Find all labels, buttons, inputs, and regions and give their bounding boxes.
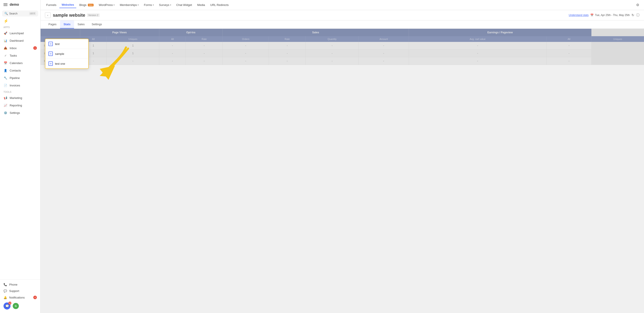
nav-memberships[interactable]: Memberships ▾ xyxy=(118,2,141,8)
refresh-button[interactable]: ↻ xyxy=(632,13,634,17)
search-icon: 🔍 xyxy=(4,12,8,15)
reporting-icon: 📈 xyxy=(4,103,8,107)
sidebar-item-notifications[interactable]: 🔔 Notifications 4 xyxy=(0,294,40,301)
dashboard-icon: 📊 xyxy=(4,39,8,43)
sidebar-header: demo xyxy=(0,0,40,9)
sidebar-item-settings[interactable]: ⚙️ Settings xyxy=(0,109,40,117)
apps-section-label: Apps xyxy=(0,24,40,29)
sidebar: demo 🔍 Search ctrl K ⚡ Apps 🚀 Launchpad … xyxy=(0,0,40,313)
sidebar-item-label: Marketing xyxy=(10,96,22,100)
dropdown-item-sample[interactable]: ✉ sample xyxy=(45,49,88,59)
content-overlay xyxy=(40,29,644,65)
sidebar-item-launchpad[interactable]: 🚀 Launchpad xyxy=(0,29,40,37)
chat-badge: 10 xyxy=(8,301,12,305)
contacts-icon: 👤 xyxy=(4,69,8,72)
calendars-icon: 📅 xyxy=(4,61,8,65)
invoices-icon: 📄 xyxy=(4,83,8,87)
top-navigation: Funnels Websites Blogs New WordPress ▾ M… xyxy=(40,0,644,10)
calendar-icon: 📅 xyxy=(590,14,594,17)
page-header: ‹ sample website Version 2 Understand st… xyxy=(40,10,644,21)
gear-button[interactable]: ⚙ xyxy=(635,2,640,8)
sidebar-item-support[interactable]: 💬 Support xyxy=(0,288,40,294)
email-icon-test-one: ✉ xyxy=(48,61,53,66)
nav-wordpress[interactable]: WordPress ▾ xyxy=(97,2,117,8)
search-label: Search xyxy=(9,12,28,15)
sidebar-item-label: Notifications xyxy=(9,296,25,299)
sidebar-item-invoices[interactable]: 📄 Invoices xyxy=(0,82,40,89)
dropdown-item-label: test xyxy=(55,42,60,46)
tab-pages[interactable]: Pages xyxy=(45,21,60,29)
pipeline-icon: 🔧 xyxy=(4,76,8,80)
tab-sales[interactable]: Sales xyxy=(74,21,88,29)
sidebar-item-tasks[interactable]: ✓ Tasks xyxy=(0,52,40,59)
dropdown-item-test[interactable]: ✉ test xyxy=(45,39,88,49)
lightning-icon: ⚡ xyxy=(4,19,8,24)
back-button[interactable]: ‹ xyxy=(45,12,50,18)
notifications-icon: 🔔 xyxy=(4,296,7,299)
sidebar-item-marketing[interactable]: 📢 Marketing xyxy=(0,94,40,102)
dropdown-item-label: test one xyxy=(55,62,65,65)
stats-table-wrapper: ✉ test ✉ sample ✉ test one xyxy=(40,29,644,65)
settings-icon: ⚙️ xyxy=(4,111,8,115)
marketing-icon: 📢 xyxy=(4,96,8,100)
phone-icon: 📞 xyxy=(4,283,7,286)
sidebar-item-label: Dashboard xyxy=(10,39,24,42)
dropdown-item-label: sample xyxy=(55,52,64,56)
sidebar-item-label: Phone xyxy=(9,283,18,286)
sidebar-item-label: Support xyxy=(9,289,19,292)
page-tabs: Pages Stats Sales Settings xyxy=(40,21,644,29)
avatar[interactable]: G xyxy=(13,303,19,309)
info-button[interactable]: ⓘ xyxy=(636,13,640,18)
tasks-icon: ✓ xyxy=(4,54,8,58)
sidebar-item-label: Settings xyxy=(10,111,20,115)
dropdown-item-test-one[interactable]: ✉ test one xyxy=(45,59,88,69)
email-icon-sample: ✉ xyxy=(48,52,53,56)
sidebar-item-phone[interactable]: 📞 Phone xyxy=(0,281,40,288)
tab-stats[interactable]: Stats xyxy=(60,21,74,29)
chat-bubble-button[interactable]: 💬 10 xyxy=(4,302,10,309)
logo: demo xyxy=(10,3,19,7)
sidebar-bottom: 📞 Phone 💬 Support 🔔 Notifications 4 💬 10… xyxy=(0,279,40,313)
nav-forms[interactable]: Forms ▾ xyxy=(142,2,156,8)
sidebar-item-contacts[interactable]: 👤 Contacts xyxy=(0,67,40,74)
sidebar-item-label: Pipeline xyxy=(10,76,20,80)
nav-websites[interactable]: Websites xyxy=(60,2,76,8)
nav-surveys[interactable]: Surveys ▾ xyxy=(157,2,173,8)
content-area: ✉ test ✉ sample ✉ test one xyxy=(40,29,644,313)
sidebar-item-label: Reporting xyxy=(10,104,22,107)
support-icon: 💬 xyxy=(4,289,7,292)
sidebar-item-label: Contacts xyxy=(10,69,21,72)
sidebar-item-reporting[interactable]: 📈 Reporting xyxy=(0,102,40,109)
inbox-badge: 1 xyxy=(33,46,37,50)
nav-funnels[interactable]: Funnels xyxy=(44,2,58,8)
main-content: Funnels Websites Blogs New WordPress ▾ M… xyxy=(40,0,644,313)
hamburger-button[interactable] xyxy=(4,3,8,6)
sidebar-item-inbox[interactable]: 📥 Inbox 1 xyxy=(0,44,40,52)
nav-media[interactable]: Media xyxy=(195,2,207,8)
page-title: sample website xyxy=(53,13,85,18)
search-bar[interactable]: 🔍 Search ctrl K xyxy=(2,11,38,17)
tab-settings[interactable]: Settings xyxy=(88,21,106,29)
version-badge: Version 2 xyxy=(87,13,100,17)
tools-section-label: Tools xyxy=(0,89,40,94)
page-dropdown: ✉ test ✉ sample ✉ test one xyxy=(45,39,89,69)
sidebar-item-pipeline[interactable]: 🔧 Pipeline xyxy=(0,74,40,82)
sidebar-item-dashboard[interactable]: 📊 Dashboard xyxy=(0,37,40,44)
nav-chat-widget[interactable]: Chat Widget xyxy=(174,2,194,8)
sidebar-item-calendars[interactable]: 📅 Calendars xyxy=(0,59,40,67)
sidebar-item-label: Inbox xyxy=(10,47,17,50)
nav-blogs[interactable]: Blogs New xyxy=(77,2,96,8)
date-range: 📅 Tue, Apr 25th - Thu, May 25th xyxy=(590,14,630,17)
search-shortcut: ctrl K xyxy=(29,12,36,15)
lightning-button[interactable]: ⚡ xyxy=(0,18,40,24)
sidebar-item-label: Calendars xyxy=(10,61,22,65)
new-badge: New xyxy=(88,4,94,6)
sidebar-item-label: Launchpad xyxy=(10,32,24,35)
email-icon-test: ✉ xyxy=(48,42,53,46)
understand-stats-link[interactable]: Understand stats xyxy=(569,14,589,17)
inbox-icon: 📥 xyxy=(4,46,8,50)
nav-url-redirects[interactable]: URL Redirects xyxy=(208,2,231,8)
launchpad-icon: 🚀 xyxy=(4,31,8,35)
notifications-badge: 4 xyxy=(33,296,37,299)
sidebar-item-label: Invoices xyxy=(10,84,20,87)
